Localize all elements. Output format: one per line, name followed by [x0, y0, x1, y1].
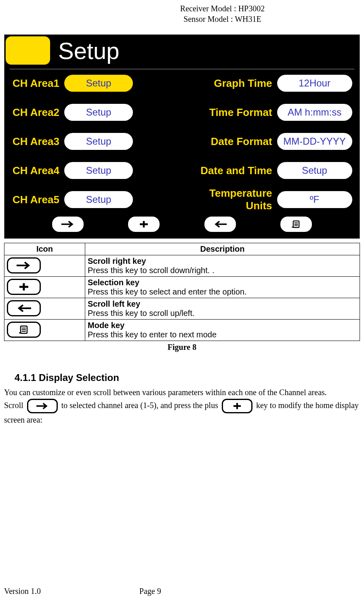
divider — [10, 69, 354, 69]
ch-area1-label: CH Area1 — [10, 77, 64, 90]
time-format-row: Time Format AM h:mm:ss — [189, 103, 354, 122]
footer-page: Page 9 — [139, 587, 161, 596]
device-screenshot: Setup CH Area1 Setup CH Area2 Setup CH A… — [4, 34, 360, 239]
arrow-right-icon — [61, 219, 75, 229]
table-header-icon: Icon — [4, 243, 85, 255]
page-footer: Version 1.0 Page 9 — [0, 587, 364, 596]
scroll-left-button[interactable] — [204, 217, 236, 232]
ch-area2-label: CH Area2 — [10, 106, 64, 119]
row-title: Scroll left key — [88, 299, 140, 308]
scroll-right-button[interactable] — [52, 217, 84, 232]
ch-area4-label: CH Area4 — [10, 164, 64, 177]
figure-caption: Figure 8 — [0, 343, 364, 352]
ch-area1-value[interactable]: Setup — [64, 75, 133, 92]
row-desc: Press this key to scroll down/right. . — [88, 266, 214, 275]
ch-area3-row: CH Area3 Setup — [10, 132, 189, 151]
section-paragraph-2: Scroll to selected channel area (1-5), a… — [4, 399, 360, 426]
ch-area3-label: CH Area3 — [10, 135, 64, 148]
row-desc: Press this key to enter to next mode — [88, 330, 217, 339]
section-paragraph-1: You can customize or even scroll between… — [4, 386, 360, 399]
ch-area1-row: CH Area1 Setup — [10, 74, 189, 93]
ch-area2-row: CH Area2 Setup — [10, 103, 189, 122]
row-desc: Press this key to select and enter the o… — [88, 287, 247, 296]
ch-area3-value[interactable]: Setup — [64, 133, 133, 150]
arrow-right-icon — [27, 399, 58, 413]
ch-area4-value[interactable]: Setup — [64, 162, 133, 179]
graph-time-label: Graph Time — [189, 77, 277, 90]
footer-version: Version 1.0 — [4, 587, 139, 596]
arrow-right-icon — [7, 257, 41, 274]
section-heading: 4.1.1 Display Selection — [15, 372, 364, 383]
temp-units-row: Temperature Units ºF — [189, 190, 354, 209]
setup-indicator-box — [6, 36, 50, 65]
time-format-value[interactable]: AM h:mm:ss — [277, 104, 352, 121]
graph-time-row: Graph Time 12Hour — [189, 74, 354, 93]
ch-area4-row: CH Area4 Setup — [10, 161, 189, 180]
date-format-label: Date Format — [189, 135, 277, 148]
graph-time-value[interactable]: 12Hour — [277, 75, 352, 92]
table-header-description: Description — [85, 243, 360, 255]
header-model-info: Receiver Model : HP3002 Sensor Model : W… — [81, 0, 364, 24]
row-title: Scroll right key — [88, 257, 146, 265]
date-and-time-value[interactable]: Setup — [277, 162, 352, 179]
receiver-model: Receiver Model : HP3002 — [81, 3, 364, 14]
plus-icon — [222, 399, 252, 413]
date-and-time-row: Date and Time Setup — [189, 161, 354, 180]
ch-area2-value[interactable]: Setup — [64, 104, 133, 121]
mode-icon — [7, 322, 41, 338]
ch-area5-value[interactable]: Setup — [64, 191, 133, 208]
table-row: Mode keyPress this key to enter to next … — [4, 320, 360, 341]
plus-icon — [137, 219, 151, 229]
screen-title: Setup — [54, 36, 120, 65]
sensor-model: Sensor Model : WH31E — [81, 14, 364, 24]
selection-button[interactable] — [128, 217, 160, 232]
row-title: Selection key — [88, 278, 139, 287]
arrow-left-icon — [7, 300, 41, 316]
date-format-row: Date Format MM-DD-YYYY — [189, 132, 354, 151]
temp-units-value[interactable]: ºF — [277, 191, 352, 208]
icon-description-table: Icon Description Scroll right keyPress t… — [4, 243, 360, 341]
date-format-value[interactable]: MM-DD-YYYY — [277, 133, 352, 150]
arrow-left-icon — [213, 219, 227, 229]
table-row: Scroll left keyPress this key to scroll … — [4, 298, 360, 320]
time-format-label: Time Format — [189, 106, 277, 119]
row-desc: Press this key to scroll up/left. — [88, 309, 195, 318]
row-title: Mode key — [88, 321, 124, 330]
ch-area5-label: CH Area5 — [10, 194, 64, 206]
mode-button[interactable] — [280, 217, 312, 232]
table-row: Selection keyPress this key to select an… — [4, 277, 360, 298]
table-row: Scroll right keyPress this key to scroll… — [4, 255, 360, 277]
temp-units-label: Temperature Units — [189, 187, 277, 212]
mode-icon — [289, 219, 303, 229]
ch-area5-row: CH Area5 Setup — [10, 190, 189, 209]
date-and-time-label: Date and Time — [189, 164, 277, 177]
plus-icon — [7, 279, 41, 295]
